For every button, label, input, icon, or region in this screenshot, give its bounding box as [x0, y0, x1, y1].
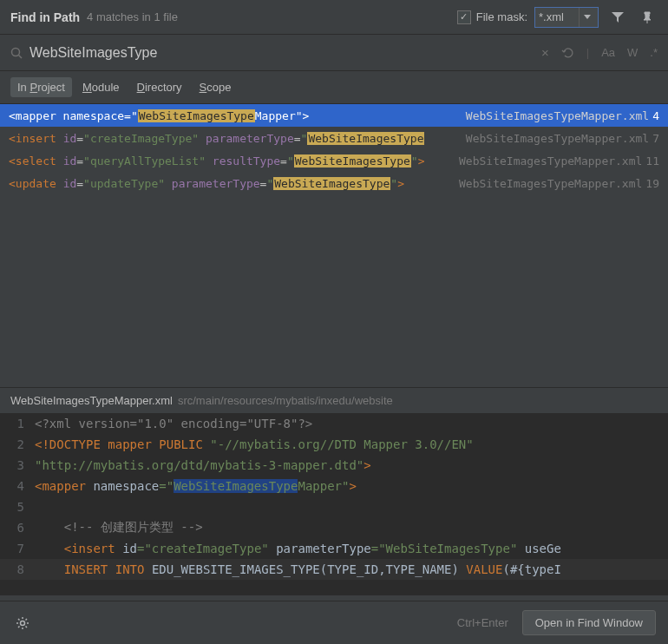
- filter-icon[interactable]: [607, 7, 628, 28]
- filemask-label: File mask:: [476, 10, 527, 23]
- result-file: WebSiteImagesTypeMapper.xml: [459, 154, 642, 168]
- result-row[interactable]: <update id="updateType" parameterType="W…: [0, 172, 668, 194]
- filemask-dropdown[interactable]: [579, 8, 594, 27]
- result-file: WebSiteImagesTypeMapper.xml: [466, 132, 649, 145]
- match-case-icon[interactable]: Aa: [601, 46, 615, 59]
- clear-icon[interactable]: ×: [541, 45, 549, 60]
- result-line: 4: [652, 109, 659, 122]
- words-icon[interactable]: W: [627, 46, 638, 59]
- pin-icon[interactable]: [637, 7, 658, 28]
- search-icon: [10, 47, 23, 59]
- filemask-input-wrapper[interactable]: [534, 7, 599, 28]
- history-icon[interactable]: [561, 47, 574, 59]
- match-count: 4 matches in 1 file: [87, 10, 178, 23]
- result-line: 11: [645, 154, 659, 168]
- regex-icon[interactable]: .*: [650, 46, 658, 59]
- result-row[interactable]: <insert id="createImageType" parameterTy…: [0, 127, 668, 149]
- preview-filename: WebSiteImagesTypeMapper.xml: [10, 394, 173, 407]
- dialog-title: Find in Path: [10, 10, 80, 24]
- tab-directory[interactable]: Directory: [130, 77, 189, 97]
- tab-scope[interactable]: Scope: [193, 77, 239, 97]
- result-line: 7: [652, 132, 659, 145]
- filemask-checkbox[interactable]: ✓: [457, 10, 471, 24]
- results-list: <mapper namespace="WebSiteImagesTypeMapp…: [0, 104, 668, 387]
- result-file: WebSiteImagesTypeMapper.xml: [459, 177, 642, 190]
- shortcut-hint: Ctrl+Enter: [457, 616, 508, 629]
- result-line: 19: [645, 177, 659, 190]
- open-in-find-window-button[interactable]: Open in Find Window: [522, 610, 656, 635]
- tab-in-project[interactable]: In Project: [10, 77, 72, 97]
- result-row[interactable]: <select id="queryAllTypeList" resultType…: [0, 149, 668, 172]
- svg-point-0: [12, 48, 20, 56]
- preview-editor[interactable]: 1<?xml version="1.0" encoding="UTF-8"?> …: [0, 413, 668, 595]
- svg-line-1: [19, 55, 23, 58]
- tab-module[interactable]: Module: [75, 77, 127, 97]
- svg-point-2: [21, 621, 25, 625]
- preview-path: src/main/resources/mybatis/inxedu/websit…: [178, 394, 393, 407]
- settings-icon[interactable]: [12, 613, 33, 634]
- search-input[interactable]: [29, 45, 541, 61]
- result-row[interactable]: <mapper namespace="WebSiteImagesTypeMapp…: [0, 104, 668, 127]
- filemask-input[interactable]: [539, 10, 577, 23]
- result-file: WebSiteImagesTypeMapper.xml: [466, 109, 649, 122]
